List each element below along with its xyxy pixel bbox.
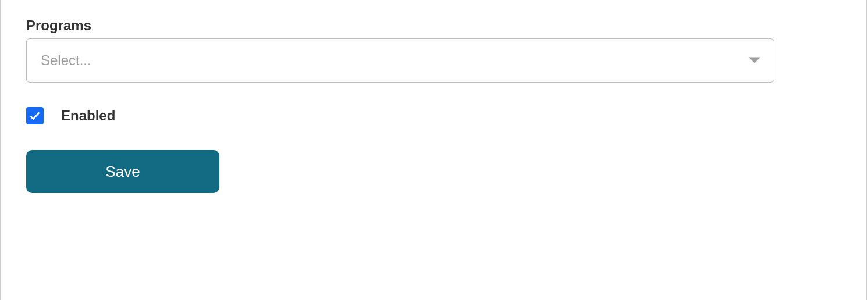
enabled-checkbox[interactable]: [26, 107, 44, 124]
enabled-label: Enabled: [61, 108, 115, 124]
chevron-down-icon: [748, 56, 761, 65]
check-icon: [29, 109, 41, 122]
programs-placeholder: Select...: [41, 52, 91, 69]
form-panel: Programs Select... Enabled Save: [0, 0, 867, 300]
programs-select[interactable]: Select...: [26, 38, 774, 83]
programs-label: Programs: [26, 17, 841, 34]
save-button[interactable]: Save: [26, 150, 219, 193]
enabled-row: Enabled: [26, 107, 841, 124]
